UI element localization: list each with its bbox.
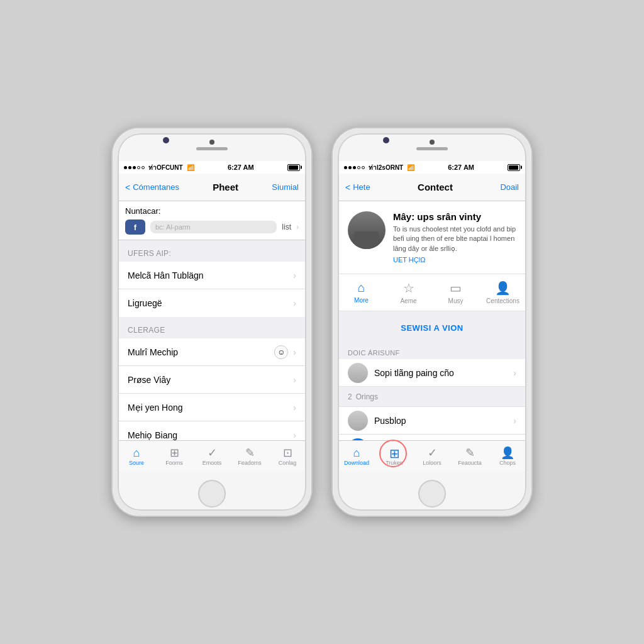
more-tab-icon: ⌂ [357,280,365,295]
right-nav-bar: Hete Contect Doail [338,174,526,201]
doic-section-label: DOIC ÁRISUNF [338,344,526,359]
speaker-bar-left [196,147,228,150]
signal-dot-5 [142,166,145,169]
clerage-list: Mulrî Mechip ☺ › Prøse Viây › Mẹi yen Ho… [118,338,306,440]
home-button-left[interactable] [198,480,226,508]
emoots-icon: ✓ [208,447,217,458]
ufers-section-label: Ufers aip: [118,240,306,262]
rsignal-dot-3 [353,166,356,169]
rsignal-dot-4 [357,166,360,169]
list-item-mulri[interactable]: Mulrî Mechip ☺ › [118,338,306,366]
wifi-icon-left: 📶 [187,164,194,171]
wifi-icon-right: 📶 [407,164,414,171]
tab-soure[interactable]: ⌂ Soure [118,447,155,466]
right-bottom-bar [333,472,531,516]
left-bottom-bar [113,472,311,516]
left-nav-action[interactable]: Siumial [272,182,299,192]
camera-dot-right [430,140,435,145]
tab-conlag[interactable]: ⊡ Conlag [269,447,306,466]
download-icon: ⌂ [353,447,360,458]
feadoms-icon: ✎ [245,447,255,458]
contact-list-section: Sopi tlãng paing cño › [338,359,526,387]
search-label: Nuntacar: [125,206,299,216]
aeme-tab-icon: ☆ [403,280,414,296]
time-left: 6:27 AM [228,164,254,171]
search-input-box[interactable]: bc: Al-parm [150,221,277,233]
contact-info: Mây: ups srân vinty To is nus choolest n… [393,211,516,264]
home-button-right[interactable] [418,480,446,508]
orings-count-icon: 2 [348,392,352,401]
contact-link[interactable]: UET HÇlΩ [393,256,516,264]
list-item-prose[interactable]: Prøse Viây › [118,366,306,394]
sub-items-list: Pusblop › ⓘ Pre thán › ☎ [338,407,526,440]
signal-dot-3 [133,166,136,169]
ufers-list: Melcã Hân Tublägn › Ligruegë › [118,262,306,317]
feaoucta-icon: ✎ [465,447,475,458]
right-screen: ท่าI2sORNT 📶 6:27 AM Hete Contect Doail [338,161,526,472]
tab-download[interactable]: ⌂ Download [338,447,375,466]
list-item-mehio[interactable]: Mehiọ Biang › [118,421,306,440]
service-button[interactable]: SEWISI A VION [348,316,516,339]
battery-right [508,164,520,171]
contact-description: To is nus choolest ntet you clofd and bi… [393,225,516,253]
contact-name: Mây: ups srân vinty [393,211,516,222]
right-nav-action[interactable]: Doail [500,182,519,192]
left-tab-bar: ⌂ Soure ⊞ Fooms ✓ Emoots ✎ Feadoms ⊡ C [118,440,306,472]
centections-tab-label: Centections [486,297,519,304]
home-icon: ⌂ [133,447,140,458]
tab-feadoms[interactable]: ✎ Feadoms [231,447,269,466]
tab-truken[interactable]: ⊞ Truken [375,447,413,466]
tab-fooms[interactable]: ⊞ Fooms [155,447,193,466]
tab-loloors[interactable]: ✓ Loloors [413,447,451,466]
loloors-icon: ✓ [428,447,437,458]
centections-tab-icon: 👤 [495,280,511,296]
right-tab-bar: ⌂ Download ⊞ Truken ✓ Loloors ✎ Feaou [338,440,526,472]
tab-feaoucta[interactable]: ✎ Feaoucta [451,447,489,466]
action-tab-aeme[interactable]: ☆ Aeme [385,280,432,304]
rsignal-dot-1 [344,166,347,169]
left-screen: ท่าOFCUNT 📶 6:27 AM Cómentanes Pheet Siu… [118,161,306,472]
right-nav-title: Contect [418,182,453,192]
signal-dot-1 [124,166,127,169]
left-nav-bar: Cómentanes Pheet Siumial [118,174,306,201]
contact-item-prethan[interactable]: ⓘ Pre thán › [338,435,526,440]
contact-item-pusblop[interactable]: Pusblop › [338,407,526,435]
sopi-avatar [348,363,368,383]
smiley-icon: ☺ [274,345,288,359]
action-tab-more[interactable]: ⌂ More [338,280,385,304]
camera-dot-left [209,140,214,145]
facebook-button[interactable]: f [125,219,145,235]
clerage-section-label: Clerage [118,317,306,338]
list-item-ligruege[interactable]: Ligruegë › [118,289,306,317]
right-back-button[interactable]: Hete [345,182,370,192]
list-item-mei[interactable]: Mẹi yen Hong › [118,394,306,421]
left-screen-content: Nuntacar: f bc: Al-parm list › Ufers aip… [118,201,306,440]
fooms-icon: ⊞ [170,447,179,458]
battery-left [287,164,300,171]
action-tab-musy[interactable]: ▭ Musy [432,280,479,304]
sopi-name: Sopi tlãng paing cño [374,368,454,378]
contact-item-sopi[interactable]: Sopi tlãng paing cño › [338,359,526,387]
orings-label: Orings [356,392,378,401]
list-item-melca[interactable]: Melcã Hân Tublägn › [118,262,306,289]
left-nav-title: Pheet [213,182,238,192]
speaker-bar-right [416,147,448,150]
musy-tab-icon: ▭ [450,280,462,296]
rsignal-dot-2 [348,166,352,169]
orings-row: 2 Orings [338,387,526,407]
rsignal-dot-5 [362,166,365,169]
carrier-left: ท่าOFCUNT [148,163,183,172]
musy-tab-label: Musy [448,297,464,304]
left-back-button[interactable]: Cómentanes [125,182,179,192]
tab-emoots[interactable]: ✓ Emoots [193,447,231,466]
action-tabs: ⌂ More ☆ Aeme ▭ Musy 👤 Centections [338,274,526,311]
search-chevron: › [296,223,299,231]
tab-chops[interactable]: 👤 Chops [489,447,526,466]
front-camera-right [383,137,389,143]
right-screen-content: Mây: ups srân vinty To is nus choolest n… [338,201,526,440]
pusblop-name: Pusblop [374,416,406,426]
contact-list-label[interactable]: list [282,223,291,231]
action-tab-centections[interactable]: 👤 Centections [479,280,526,304]
front-camera-left [163,137,169,143]
time-right: 6:27 AM [448,164,474,171]
